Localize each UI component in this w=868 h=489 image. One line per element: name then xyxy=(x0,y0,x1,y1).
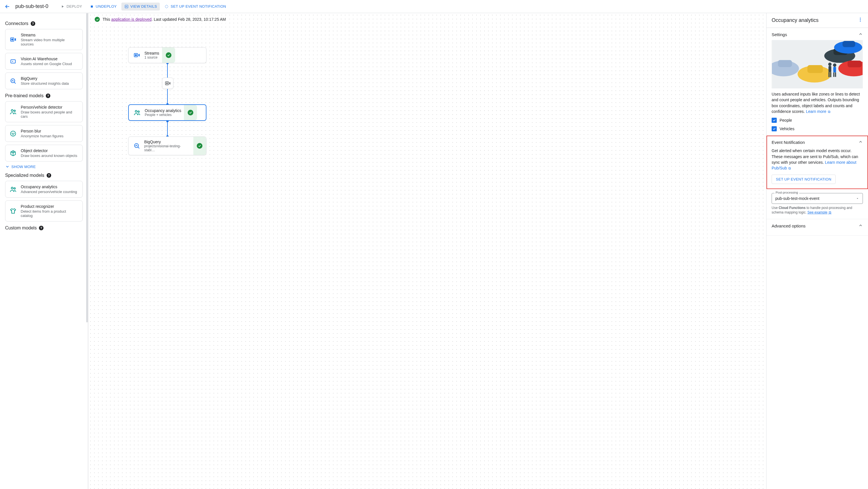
event-notification-section: Event Notification Get alerted when cert… xyxy=(767,135,868,189)
chevron-up-icon xyxy=(858,223,863,228)
svg-point-3 xyxy=(11,39,13,40)
undeploy-button[interactable]: Undeploy xyxy=(87,3,120,10)
svg-point-8 xyxy=(10,131,16,136)
chevron-down-icon xyxy=(5,164,10,169)
help-icon[interactable]: ? xyxy=(46,94,50,98)
setup-event-button-header[interactable]: Set Up Event Notification xyxy=(161,3,229,10)
advanced-header[interactable]: Advanced options xyxy=(772,223,863,228)
post-processing-select[interactable]: Post-processing pub-sub-test-mock-event xyxy=(772,193,863,204)
setup-event-notification-button[interactable]: SET UP EVENT NOTIFICATION xyxy=(772,175,836,184)
graph-canvas[interactable]: This application is deployed. Last updat… xyxy=(88,13,766,489)
node-text: Streams1 source xyxy=(145,51,159,59)
details-panel: Occupancy analytics Settings xyxy=(766,13,868,489)
svg-point-26 xyxy=(860,18,861,19)
helper-prefix: Use xyxy=(772,206,779,210)
svg-point-40 xyxy=(828,63,832,66)
people-checkbox-row[interactable]: People xyxy=(772,118,863,123)
card-subtitle: Store structured insights data xyxy=(21,81,69,86)
card-title: BigQuery xyxy=(21,76,69,81)
camera-icon xyxy=(165,80,171,86)
pretrained-card[interactable]: Person/vehicle detectorDraw boxes around… xyxy=(5,101,83,122)
svg-rect-39 xyxy=(842,41,855,47)
specialized-card[interactable]: Product recognizerDetect items from a pr… xyxy=(5,201,83,221)
check-icon xyxy=(188,110,193,116)
svg-rect-41 xyxy=(829,66,831,72)
card-subtitle: Assets stored on Google Cloud xyxy=(21,62,72,66)
node-subtitle: 1 source xyxy=(145,56,159,59)
see-example-link[interactable]: See example ⧉ xyxy=(807,210,831,214)
section-title-label: Pre-trained models xyxy=(5,93,43,98)
post-processing-section: Post-processing pub-sub-test-mock-event … xyxy=(767,189,868,219)
svg-rect-46 xyxy=(833,72,834,77)
main-layout: Connectors ? StreamsStream video from mu… xyxy=(0,13,868,489)
card-text: Vision AI WarehouseAssets stored on Goog… xyxy=(21,57,72,66)
external-link-icon: ⧉ xyxy=(827,110,830,114)
connector-card[interactable]: BigQueryStore structured insights data xyxy=(5,72,83,89)
more-menu-button[interactable] xyxy=(858,17,863,24)
view-details-label: View Details xyxy=(130,4,157,8)
streams-icon xyxy=(9,36,17,43)
card-subtitle: Anonymize human figures xyxy=(21,134,63,138)
node-text: Occupancy analyticsPeople + vehicles xyxy=(145,108,181,117)
graph-node-bq[interactable]: BigQueryprojects/visionai-testing-stabl… xyxy=(128,136,207,155)
settings-header[interactable]: Settings xyxy=(772,32,863,37)
settings-illustration xyxy=(772,40,863,88)
settings-description: Uses advanced inputs like zones or lines… xyxy=(772,91,863,114)
svg-point-7 xyxy=(14,110,16,112)
back-button[interactable] xyxy=(3,3,11,10)
card-text: Occupancy analyticsAdvanced person/vehic… xyxy=(21,184,77,194)
svg-rect-42 xyxy=(829,72,830,77)
specialized-card[interactable]: Occupancy analyticsAdvanced person/vehic… xyxy=(5,181,83,197)
card-title: Vision AI Warehouse xyxy=(21,57,72,61)
check-icon xyxy=(166,52,172,58)
svg-point-25 xyxy=(166,83,167,84)
deploy-button[interactable]: Deploy xyxy=(57,3,85,10)
arrow-left-icon xyxy=(4,3,10,10)
event-title: Event Notification xyxy=(772,140,805,145)
card-subtitle: Draw boxes around known objects xyxy=(21,154,78,158)
stop-icon xyxy=(90,4,94,9)
section-custom: Custom models ? xyxy=(5,225,83,231)
graph-node-occ[interactable]: Occupancy analyticsPeople + vehicles xyxy=(128,104,207,121)
checkbox-checked-icon xyxy=(772,118,777,123)
pretrained-card[interactable]: Object detectorDraw boxes around known o… xyxy=(5,145,83,161)
setup-event-label: Set Up Event Notification xyxy=(170,4,226,8)
chevron-up-icon xyxy=(858,140,863,145)
status-link[interactable]: application is deployed xyxy=(111,17,152,22)
show-more-button[interactable]: SHOW MORE xyxy=(5,164,83,169)
svg-rect-45 xyxy=(833,67,836,72)
pretrained-card[interactable]: Person blurAnonymize human figures xyxy=(5,125,83,142)
helper-bold: Cloud Functions xyxy=(779,206,806,210)
event-description: Get alerted when certain model events oc… xyxy=(772,148,863,171)
connector-card[interactable]: Vision AI WarehouseAssets stored on Goog… xyxy=(5,53,83,70)
help-icon[interactable]: ? xyxy=(39,226,43,230)
section-specialized: Specialized models ? xyxy=(5,173,83,178)
more-vert-icon xyxy=(858,17,863,22)
connector-card[interactable]: StreamsStream video from multiple source… xyxy=(5,29,83,50)
help-icon[interactable]: ? xyxy=(31,21,35,26)
view-details-button[interactable]: View Details xyxy=(121,3,160,10)
card-subtitle: Detect items from a product catalog xyxy=(21,209,79,218)
section-title-label: Specialized models xyxy=(5,173,44,178)
chevron-up-icon xyxy=(858,32,863,37)
node-title: Occupancy analytics xyxy=(145,108,181,113)
check-icon xyxy=(197,143,203,149)
edge-handle[interactable] xyxy=(162,78,174,89)
svg-rect-43 xyxy=(830,72,831,77)
help-icon[interactable]: ? xyxy=(46,173,51,178)
external-link-icon: ⧉ xyxy=(828,210,831,214)
graph-node-streams[interactable]: Streams1 source xyxy=(128,47,207,63)
external-link-icon: ⧉ xyxy=(787,166,791,170)
svg-rect-31 xyxy=(778,60,792,67)
card-title: Streams xyxy=(21,33,79,37)
node-status xyxy=(184,105,197,120)
post-processing-helper: Use Cloud Functions to handle post-proce… xyxy=(772,206,863,215)
learn-more-link[interactable]: Learn more ⧉ xyxy=(806,109,831,114)
vehicles-checkbox-row[interactable]: Vehicles xyxy=(772,126,863,131)
components-sidebar[interactable]: Connectors ? StreamsStream video from mu… xyxy=(0,13,88,489)
section-pretrained: Pre-trained models ? xyxy=(5,93,83,98)
select-box[interactable]: pub-sub-test-mock-event xyxy=(772,193,863,204)
node-title: Streams xyxy=(145,51,159,56)
event-header[interactable]: Event Notification xyxy=(772,140,863,145)
card-text: StreamsStream video from multiple source… xyxy=(21,33,79,47)
